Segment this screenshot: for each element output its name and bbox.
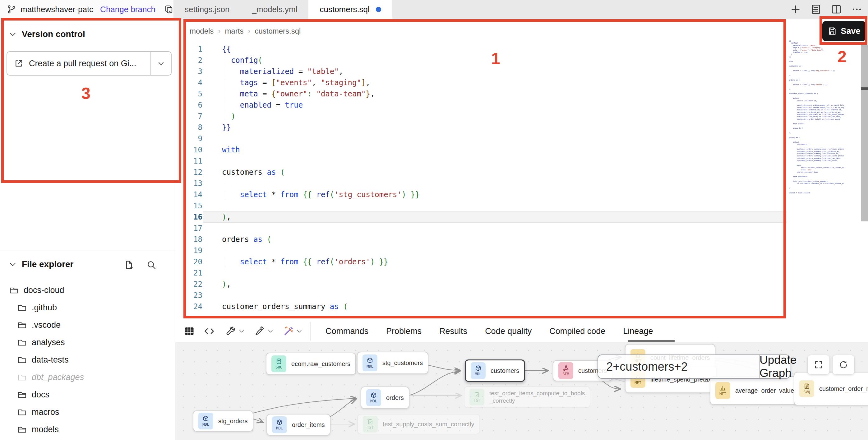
chevron-down-icon: [9, 30, 17, 38]
panel-tab-lineage[interactable]: Lineage: [623, 326, 653, 336]
version-control-title: Version control: [22, 29, 85, 39]
lineage-node-average-order-value[interactable]: METaverage_order_value: [710, 376, 800, 405]
lineage-node-customer-order-metrics[interactable]: SVQcustomer_order_metrics: [794, 372, 868, 406]
code-text: customer_orders_summary as (: [211, 302, 348, 311]
code-line-9[interactable]: 9: [175, 133, 786, 144]
lineage-node-test-order-items[interactable]: TSTtest_order_items_compute_to_bools_cor…: [464, 386, 590, 408]
change-branch-link[interactable]: Change branch: [100, 5, 155, 14]
lineage-node-label: average_order_value: [735, 387, 794, 395]
sidebar-divider: [0, 251, 175, 251]
code-area[interactable]: 1{{2 config(3 materialized = "table",4 t…: [175, 43, 786, 312]
sem-badge-icon: SEM: [558, 362, 573, 379]
search-files-icon[interactable]: [147, 260, 156, 270]
file-item-docs[interactable]: docs: [0, 386, 175, 403]
code-line-19[interactable]: 19: [175, 245, 786, 256]
code-line-7[interactable]: 7 ): [175, 111, 786, 122]
file-item-.vscode[interactable]: .vscode: [0, 316, 175, 334]
minimap[interactable]: {{ config( materialized = "table", tags …: [789, 40, 844, 201]
lineage-node-customers-model[interactable]: MDLcustomers: [465, 359, 525, 382]
code-line-24[interactable]: 24customer_orders_summary as (: [175, 301, 786, 312]
code-line-16[interactable]: 16),: [175, 212, 786, 223]
line-number: 4: [175, 78, 211, 87]
code-line-3[interactable]: 3 materialized = "table",: [175, 66, 786, 77]
create-pull-request-button[interactable]: Create a pull request on Gi...: [6, 51, 172, 75]
code-line-13[interactable]: 13: [175, 178, 786, 189]
version-control-header[interactable]: Version control: [9, 29, 85, 39]
code-line-5[interactable]: 5 meta = {"owner": "data-team"},: [175, 88, 786, 99]
code-line-1[interactable]: 1{{: [175, 43, 786, 55]
panel-tab-results[interactable]: Results: [439, 326, 467, 336]
lineage-selector-input[interactable]: [598, 355, 759, 378]
code-line-18[interactable]: 18orders as (: [175, 234, 786, 245]
code-line-8[interactable]: 8}}: [175, 122, 786, 133]
file-item-docs-cloud[interactable]: docs-cloud: [0, 281, 175, 299]
lineage-node-ecom-raw-customers[interactable]: SRCecom.raw_customers: [266, 353, 356, 375]
code-line-15[interactable]: 15: [175, 200, 786, 212]
more-options-icon[interactable]: [851, 4, 862, 15]
pr-button-dropdown[interactable]: [151, 52, 171, 75]
code-line-12[interactable]: 12customers as (: [175, 167, 786, 178]
format-code-icon[interactable]: [254, 320, 274, 342]
file-explorer-header[interactable]: File explorer: [9, 259, 74, 269]
breadcrumb-item[interactable]: customers.sql: [255, 27, 301, 35]
code-line-23[interactable]: 23: [175, 290, 786, 301]
lineage-node-stg-orders[interactable]: MDLstg_orders: [193, 410, 253, 432]
code-text: {{: [211, 45, 231, 54]
line-number: 18: [175, 235, 211, 244]
editor-scrollbar[interactable]: [861, 45, 868, 221]
file-tab[interactable]: _models.yml: [241, 0, 309, 19]
panel-tab-compiled-code[interactable]: Compiled code: [549, 326, 605, 336]
bottom-panel-toolbar: CommandsProblemsResultsCode qualityCompi…: [175, 320, 868, 342]
code-line-22[interactable]: 22),: [175, 279, 786, 290]
new-file-icon[interactable]: [124, 260, 134, 270]
breadcrumb-separator: ›: [248, 27, 250, 35]
code-line-17[interactable]: 17: [175, 223, 786, 234]
file-tab-label: settings.json: [185, 5, 230, 14]
lineage-canvas[interactable]: SRCecom.raw_customersMDLstg_customersMDL…: [175, 342, 868, 440]
code-line-4[interactable]: 4 tags = ["events", "staging"],: [175, 77, 786, 88]
save-button[interactable]: Save: [822, 21, 866, 41]
lineage-node-stg-customers[interactable]: MDLstg_customers: [357, 352, 428, 374]
breadcrumb-item[interactable]: models: [190, 27, 214, 35]
file-item-models[interactable]: models: [0, 421, 175, 438]
met-badge-icon: MET: [715, 382, 730, 399]
panel-tab-code-quality[interactable]: Code quality: [485, 326, 532, 336]
code-line-6[interactable]: 6 enabled = true: [175, 99, 786, 111]
panel-tab-commands[interactable]: Commands: [326, 326, 368, 336]
file-item-macros[interactable]: macros: [0, 403, 175, 421]
code-line-20[interactable]: 20 select * from {{ ref('orders') }}: [175, 256, 786, 268]
file-item-dbt_packages[interactable]: dbt_packages: [0, 369, 175, 386]
file-item-analyses[interactable]: analyses: [0, 334, 175, 351]
code-line-21[interactable]: 21: [175, 268, 786, 279]
branch-name: matthewshaver-patc: [21, 5, 93, 14]
code-text: ),: [211, 213, 231, 221]
copy-branch-icon[interactable]: [164, 5, 174, 14]
split-editor-icon[interactable]: [831, 4, 842, 15]
file-item-data-tests[interactable]: data-tests: [0, 351, 175, 369]
refresh-graph-button[interactable]: [832, 355, 855, 375]
notebook-panel-icon[interactable]: [810, 4, 822, 15]
panel-tab-problems[interactable]: Problems: [386, 326, 422, 336]
new-tab-button[interactable]: [790, 4, 801, 14]
code-line-10[interactable]: 10with: [175, 144, 786, 155]
line-number: 22: [175, 280, 211, 289]
lineage-node-test-supply-costs[interactable]: TSTtest_supply_costs_sum_correctly: [357, 414, 480, 434]
file-item-.github[interactable]: .github: [0, 299, 175, 316]
lineage-node-orders[interactable]: MDLorders: [361, 386, 409, 409]
lineage-node-order-items[interactable]: MDLorder_items: [267, 414, 331, 436]
code-line-2[interactable]: 2 config(: [175, 55, 786, 66]
ai-assist-icon[interactable]: [283, 320, 303, 342]
results-table-icon[interactable]: [184, 320, 195, 342]
file-tab[interactable]: settings.json: [174, 0, 241, 19]
code-line-14[interactable]: 14 select * from {{ ref('stg_customers')…: [175, 189, 786, 200]
chevron-down-icon: [267, 328, 274, 334]
code-view-icon[interactable]: [204, 320, 215, 342]
code-line-11[interactable]: 11: [175, 155, 786, 167]
line-number: 5: [175, 90, 211, 98]
build-tools-icon[interactable]: [225, 320, 245, 342]
file-tab[interactable]: customers.sql: [308, 0, 392, 19]
chevron-down-icon: [239, 328, 245, 334]
update-graph-button[interactable]: Update Graph: [759, 355, 797, 378]
fullscreen-button[interactable]: [807, 355, 830, 375]
breadcrumb-item[interactable]: marts: [225, 27, 243, 35]
